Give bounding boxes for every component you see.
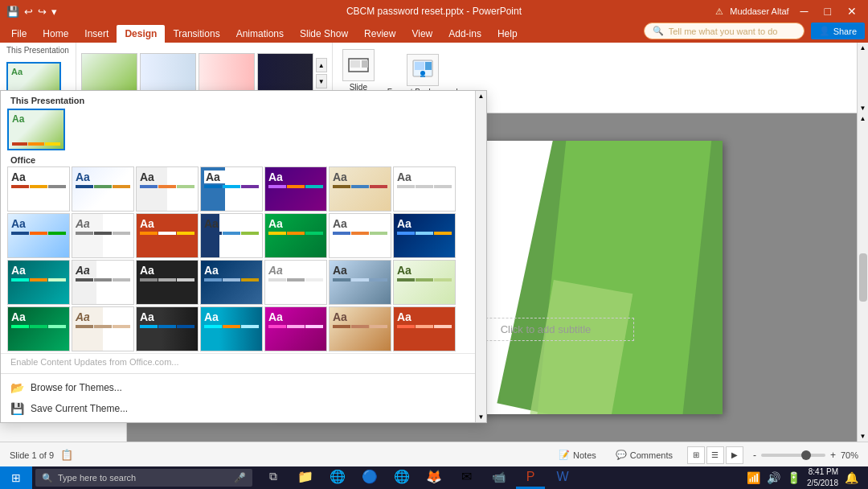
dropdown-scroll-down[interactable]: ▼: [478, 413, 485, 421]
tab-design[interactable]: Design: [117, 25, 165, 43]
dropdown-scroll-up[interactable]: ▲: [478, 92, 485, 100]
canvas-scroll-down[interactable]: ▼: [860, 433, 866, 440]
canvas-scroll-up[interactable]: ▲: [860, 115, 866, 122]
normal-view-button[interactable]: ⊞: [687, 446, 705, 464]
theme-ion-boardroom[interactable]: Aa: [264, 166, 327, 212]
tab-help[interactable]: Help: [489, 25, 526, 43]
tell-me-search[interactable]: 🔍 Tell me what you want to do: [644, 23, 805, 39]
tab-insert[interactable]: Insert: [76, 25, 117, 43]
tab-animations[interactable]: Animations: [228, 25, 292, 43]
theme-facet[interactable]: Aa: [72, 166, 134, 212]
tab-review[interactable]: Review: [356, 25, 403, 43]
theme-darkgray-r4[interactable]: Aa: [136, 306, 199, 351]
theme-emerald-r4[interactable]: Aa: [7, 306, 70, 351]
theme-slate-r3[interactable]: Aa: [329, 260, 391, 305]
save-icon[interactable]: 💾: [6, 6, 19, 18]
word-app[interactable]: W: [548, 466, 577, 489]
save-theme-label: Save Current Theme...: [31, 403, 128, 414]
theme-green-r2[interactable]: Aa: [264, 213, 327, 258]
theme-wood-r4[interactable]: Aa: [329, 306, 391, 351]
theme-cyan-r4[interactable]: Aa: [200, 306, 263, 351]
title-bar: 💾 ↩ ↪ ▾ CBCM password reset.pptx - Power…: [0, 0, 868, 23]
tab-slideshow[interactable]: Slide Show: [292, 25, 356, 43]
variant-thumb-2[interactable]: [140, 53, 196, 93]
tab-addins[interactable]: Add-ins: [440, 25, 489, 43]
theme-integral[interactable]: Aa: [136, 166, 199, 212]
redo-icon[interactable]: ↪: [38, 6, 47, 18]
tab-home[interactable]: Home: [35, 25, 76, 43]
tab-view[interactable]: View: [403, 25, 440, 43]
tab-file[interactable]: File: [3, 25, 35, 43]
theme-blue2-r2[interactable]: Aa: [200, 213, 263, 258]
office-section-label: Office: [1, 152, 486, 166]
theme-navy-r3[interactable]: Aa: [200, 260, 263, 305]
restore-button[interactable]: □: [820, 5, 836, 18]
outline-view-button[interactable]: ☰: [706, 446, 724, 464]
current-theme-grid: Aa: [7, 109, 480, 150]
variants-scroll: ▲ ▼: [316, 58, 327, 88]
minimize-button[interactable]: ─: [796, 5, 813, 18]
status-right: 📝 Notes 💬 Comments ⊞ ☰ ▶ - + 70%: [554, 446, 858, 464]
theme-lines-r2[interactable]: Aa: [72, 213, 134, 258]
save-theme-item[interactable]: 💾 Save Current Theme...: [1, 398, 486, 419]
zoom-slider[interactable]: [761, 454, 825, 457]
theme-blackwhite-r3[interactable]: Aa: [136, 260, 199, 305]
share-button[interactable]: 👤 Share: [811, 23, 865, 39]
firefox-app[interactable]: 🦊: [420, 466, 448, 489]
customize-icon[interactable]: ▾: [51, 6, 57, 18]
edge-app[interactable]: 🌐: [323, 466, 352, 489]
clock[interactable]: 8:41 PM 2/5/2018: [807, 466, 838, 489]
share-icon: 👤: [819, 26, 830, 36]
svg-point-6: [420, 71, 425, 76]
taskbar-search[interactable]: 🔍 Type here to search 🎤: [35, 469, 252, 487]
theme-red-r2[interactable]: Aa: [136, 213, 199, 258]
variant-thumb-3[interactable]: [199, 53, 255, 93]
network-icon[interactable]: 📶: [747, 471, 760, 484]
theme-dark-r2[interactable]: Aa: [393, 213, 456, 258]
start-button[interactable]: ⊞: [0, 466, 32, 489]
battery-icon[interactable]: 🔋: [787, 471, 800, 484]
comments-button[interactable]: 💬 Comments: [611, 448, 678, 462]
ribbon-tabs-row: File Home Insert Design Transitions Anim…: [0, 23, 868, 43]
volume-icon[interactable]: 🔊: [767, 471, 780, 484]
taskview-app[interactable]: ⧉: [259, 466, 288, 489]
zoom-app[interactable]: 📹: [484, 466, 513, 489]
theme-office-item[interactable]: Aa: [7, 166, 70, 212]
slideshow-view-button[interactable]: ▶: [726, 446, 743, 464]
close-button[interactable]: ✕: [842, 5, 862, 18]
theme-ion[interactable]: Aa: [200, 166, 263, 212]
zoom-control: - + 70%: [753, 450, 858, 461]
theme-simple-r2[interactable]: Aa: [329, 213, 391, 258]
zoom-out-icon[interactable]: -: [753, 450, 756, 461]
theme-plain-r3[interactable]: Aa: [264, 260, 327, 305]
theme-teal-r3[interactable]: Aa: [7, 260, 70, 305]
theme-tan-r4[interactable]: Aa: [72, 306, 134, 351]
window-title: CBCM password reset.pptx - PowerPoint: [346, 6, 522, 17]
theme-magenta-r4[interactable]: Aa: [264, 306, 327, 351]
notes-button[interactable]: 📝 Notes: [554, 448, 601, 462]
powerpoint-app[interactable]: P: [516, 466, 545, 489]
theme-frame-r3[interactable]: Aa: [72, 260, 134, 305]
mail-app[interactable]: ✉: [452, 466, 481, 489]
tab-transitions[interactable]: Transitions: [165, 25, 227, 43]
theme-metropolitan[interactable]: Aa: [329, 166, 391, 212]
explorer-app[interactable]: 📁: [291, 466, 320, 489]
chrome-app[interactable]: 🔵: [355, 466, 384, 489]
variants-scroll-down[interactable]: ▼: [316, 74, 327, 88]
theme-current-selected[interactable]: Aa: [7, 109, 65, 150]
ribbon-scroll-down[interactable]: ▼: [860, 105, 866, 112]
theme-blue-r2[interactable]: Aa: [7, 213, 70, 258]
ribbon-scroll-up[interactable]: ▲: [860, 44, 866, 51]
variant-thumb-1[interactable]: [81, 53, 137, 93]
variant-thumb-4[interactable]: [257, 53, 313, 93]
variants-scroll-up[interactable]: ▲: [316, 58, 327, 72]
notification-icon[interactable]: 🔔: [845, 471, 858, 484]
ie-app[interactable]: 🌐: [387, 466, 416, 489]
theme-green2-r3[interactable]: Aa: [393, 260, 456, 305]
undo-icon[interactable]: ↩: [24, 6, 33, 18]
this-presentation-section-label: This Presentation: [1, 91, 486, 107]
browse-themes-item[interactable]: 📂 Browse for Themes...: [1, 377, 486, 398]
theme-blank[interactable]: Aa: [393, 166, 456, 212]
zoom-in-icon[interactable]: +: [830, 450, 836, 461]
theme-red2-r4[interactable]: Aa: [393, 306, 456, 351]
